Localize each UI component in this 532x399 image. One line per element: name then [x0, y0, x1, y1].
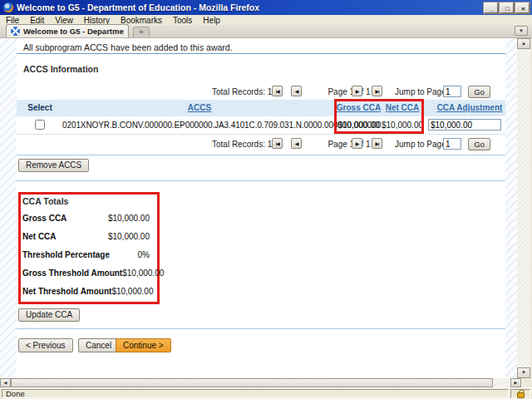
- divider: [17, 328, 505, 329]
- gross-cca-column-header-link[interactable]: Gross CCA: [335, 100, 382, 116]
- cca-total-label: Threshold Percentage: [22, 250, 110, 259]
- page-viewport: All subprogram ACCS have been added to t…: [0, 38, 517, 378]
- vertical-scrollbar[interactable]: ▲ ▼: [517, 38, 530, 378]
- update-cca-button[interactable]: Update CCA: [18, 308, 80, 322]
- padlock-icon: [517, 392, 525, 398]
- cca-total-row: Threshold Percentage 0%: [22, 250, 150, 259]
- cca-total-value: $10,000.00: [111, 287, 153, 296]
- cca-adjustment-column-header-link[interactable]: CCA Adjustment: [428, 100, 511, 116]
- total-records-label: Total Records: 1: [212, 87, 272, 96]
- window-controls: _ □ ×: [484, 2, 530, 13]
- cca-total-label: Net Threshold Amount: [22, 287, 111, 296]
- close-button[interactable]: ×: [515, 2, 530, 13]
- cca-total-label: Net CCA: [22, 232, 57, 241]
- status-bar: Done: [0, 387, 532, 399]
- last-page-button[interactable]: ▶|: [372, 138, 382, 149]
- cca-total-label: Gross Threshold Amount: [22, 268, 122, 278]
- divider: [17, 155, 505, 155]
- minimize-button[interactable]: _: [484, 2, 498, 13]
- total-records-label: Total Records: 1: [212, 140, 272, 149]
- net-cca-cell: $10,000.00: [381, 116, 424, 135]
- page-of-label: Page 1 of 1: [324, 140, 374, 149]
- scroll-left-button[interactable]: ◀: [0, 378, 11, 387]
- select-column-header: Select: [20, 100, 60, 116]
- horizontal-scrollbar[interactable]: ◀ ▶: [0, 378, 522, 387]
- cca-total-row: Net CCA $10,000.00: [22, 232, 150, 241]
- menu-help[interactable]: Help: [203, 16, 220, 25]
- previous-page-button[interactable]: ◀: [291, 86, 302, 96]
- table-row: 0201XNOYR.B.CONV.000000.EP000000.JA3.410…: [17, 116, 505, 135]
- tab-list-dropdown-button[interactable]: ▾: [515, 26, 528, 36]
- previous-page-button[interactable]: ◀: [291, 138, 302, 149]
- cca-total-value: 0%: [138, 250, 150, 259]
- scrollbar-corner: [522, 378, 532, 387]
- page-of-label: Page 1 of 1: [324, 87, 374, 96]
- remove-accs-button[interactable]: Remove ACCS: [18, 159, 89, 172]
- next-page-button[interactable]: ▶: [352, 138, 362, 149]
- cca-total-label: Gross CCA: [22, 214, 66, 223]
- window-title: Welcome to G5 - Department of Education …: [17, 2, 484, 12]
- accs-information-heading: ACCS Information: [23, 64, 98, 74]
- restore-button[interactable]: □: [500, 2, 514, 13]
- last-page-button[interactable]: ▶|: [372, 86, 382, 96]
- horizontal-scrollbar-thumb[interactable]: [11, 378, 493, 387]
- continue-button[interactable]: Continue >: [116, 338, 171, 352]
- go-button[interactable]: Go: [468, 86, 490, 98]
- previous-button[interactable]: < Previous: [18, 338, 73, 352]
- menu-tools[interactable]: Tools: [173, 16, 192, 25]
- divider: [17, 180, 505, 181]
- cca-total-value: $10,000.00: [108, 214, 150, 223]
- row-select-cell: [20, 116, 60, 135]
- menu-file[interactable]: File: [6, 16, 19, 25]
- menu-history[interactable]: History: [84, 16, 110, 25]
- tab-bar: Welcome to G5 - Department of Edu... + ▾: [0, 25, 532, 38]
- tab-label: Welcome to G5 - Department of Edu...: [23, 27, 124, 36]
- status-text-panel: Done: [2, 389, 509, 398]
- cancel-button[interactable]: Cancel: [78, 338, 119, 352]
- site-favicon-icon: [11, 27, 20, 36]
- gross-cca-cell: $10,000.00: [335, 116, 382, 135]
- jump-to-page-input[interactable]: [443, 138, 461, 150]
- jump-to-page-label: Jump to Page: [395, 140, 446, 149]
- window-titlebar[interactable]: Welcome to G5 - Department of Education …: [0, 0, 532, 15]
- scroll-down-button[interactable]: ▼: [517, 367, 530, 378]
- cca-total-row: Gross CCA $10,000.00: [22, 214, 150, 223]
- cca-adjustment-input[interactable]: [428, 119, 501, 131]
- status-text: Done: [6, 389, 25, 398]
- accs-code-cell: 0201XNOYR.B.CONV.000000.EP000000.JA3.410…: [62, 116, 337, 135]
- cca-totals-heading: CCA Totals: [22, 196, 68, 206]
- cca-total-row: Gross Threshold Amount $10,000.00: [22, 268, 150, 278]
- pagination-bottom: Total Records: 1 |◀ ◀ Page 1 of 1 ▶ ▶| J…: [0, 138, 505, 151]
- pagination-top: Total Records: 1 |◀ ◀ Page 1 of 1 ▶ ▶| J…: [0, 86, 505, 99]
- scroll-right-button[interactable]: ▶: [510, 378, 521, 387]
- security-panel[interactable]: [510, 389, 530, 398]
- scroll-up-button[interactable]: ▲: [517, 38, 530, 49]
- net-cca-column-header-link[interactable]: Net CCA: [381, 100, 424, 116]
- subprogram-notice: All subprogram ACCS have been added to t…: [23, 42, 233, 52]
- cca-total-value: $10,000.00: [108, 232, 150, 241]
- go-button[interactable]: Go: [468, 138, 490, 150]
- first-page-button[interactable]: |◀: [272, 86, 283, 96]
- accs-column-header-link[interactable]: ACCS: [62, 100, 337, 116]
- new-tab-button[interactable]: +: [133, 27, 150, 37]
- menu-view[interactable]: View: [55, 16, 73, 25]
- jump-to-page-label: Jump to Page: [395, 87, 446, 96]
- jump-to-page-input[interactable]: [443, 86, 461, 97]
- firefox-window: Welcome to G5 - Department of Education …: [0, 0, 532, 399]
- firefox-icon: [3, 2, 13, 12]
- menu-edit[interactable]: Edit: [30, 16, 44, 25]
- row-select-checkbox[interactable]: [35, 120, 45, 130]
- menu-bookmarks[interactable]: Bookmarks: [121, 16, 162, 25]
- first-page-button[interactable]: |◀: [272, 138, 283, 149]
- next-page-button[interactable]: ▶: [352, 86, 362, 96]
- accs-table-header: Select ACCS Gross CCA Net CCA CCA Adjust…: [17, 100, 505, 116]
- divider: [17, 53, 505, 54]
- cca-total-value: $10,000.00: [122, 268, 164, 278]
- page-margin-right: [505, 38, 517, 378]
- cca-total-row: Net Threshold Amount $10,000.00: [22, 287, 150, 296]
- tab-welcome-g5[interactable]: Welcome to G5 - Department of Edu...: [6, 24, 129, 37]
